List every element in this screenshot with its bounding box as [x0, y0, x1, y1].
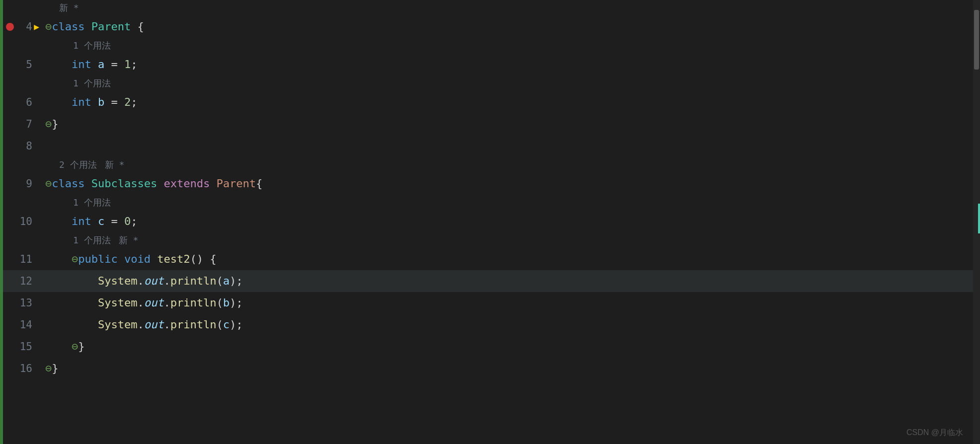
line-number: 10 — [3, 211, 40, 232]
line-number: 5 — [3, 54, 40, 75]
code-line: ▶4⊖class Parent { — [3, 16, 973, 38]
hint-text: 1 个用法 — [73, 233, 111, 248]
hint-line: 1 个用法 — [3, 195, 973, 211]
hint-text: 新 * — [59, 1, 79, 15]
hint-text: 1 个用法 — [73, 76, 111, 91]
line-number: 14 — [3, 314, 40, 336]
code-panel: 新 *▶4⊖class Parent {1 个用法5 int a = 1;1 个… — [3, 0, 973, 444]
code-line: 15 ⊖} — [3, 336, 973, 358]
line-number: 13 — [3, 292, 40, 314]
line-number: 15 — [3, 336, 40, 358]
hint-line: 2 个用法新 * — [3, 157, 973, 173]
code-content: ⊖} — [40, 336, 973, 358]
editor-container: 新 *▶4⊖class Parent {1 个用法5 int a = 1;1 个… — [0, 0, 980, 444]
code-content: int b = 2; — [40, 91, 973, 113]
line-number: 16 — [3, 358, 40, 379]
line-number: 7 — [3, 113, 40, 135]
code-line: 6 int b = 2; — [3, 91, 973, 113]
breakpoint-dot — [6, 23, 14, 31]
hint-line: 1 个用法 — [3, 38, 973, 54]
line-number: 8 — [3, 135, 40, 157]
hint-text: 2 个用法 — [59, 158, 97, 172]
code-line: 11 ⊖public void test2() { — [3, 248, 973, 270]
hint-line: 新 * — [3, 0, 973, 16]
code-line: 13 System.out.println(b); — [3, 292, 973, 314]
code-line: 10 int c = 0; — [3, 211, 973, 232]
scrollbar-highlight — [978, 204, 980, 233]
code-line: 12 System.out.println(a); — [3, 270, 973, 292]
line-number: 6 — [3, 91, 40, 113]
empty-line: 8 — [3, 135, 973, 157]
code-lines: 新 *▶4⊖class Parent {1 个用法5 int a = 1;1 个… — [3, 0, 973, 379]
hint-text: 1 个用法 — [73, 39, 111, 53]
code-content: ⊖public void test2() { — [40, 248, 973, 270]
hint-extra: 新 * — [105, 158, 125, 172]
code-content: ⊖class Subclasses extends Parent{ — [40, 173, 973, 195]
code-line: 5 int a = 1; — [3, 54, 973, 75]
code-content: int c = 0; — [40, 211, 973, 232]
hint-line: 1 个用法 — [3, 75, 973, 91]
code-content: ⊖class Parent { — [40, 16, 973, 38]
scrollbar-thumb[interactable] — [974, 10, 979, 70]
current-line-arrow: ▶ — [34, 16, 39, 38]
code-line: 9⊖class Subclasses extends Parent{ — [3, 173, 973, 195]
code-content: System.out.println(c); — [40, 314, 973, 336]
hint-text: 1 个用法 — [73, 196, 111, 210]
line-number: 12 — [3, 270, 40, 292]
code-content: ⊖} — [40, 358, 973, 379]
code-line: 7⊖} — [3, 113, 973, 135]
line-number: ▶4 — [3, 16, 40, 38]
line-number: 11 — [3, 248, 40, 270]
code-line: 14 System.out.println(c); — [3, 314, 973, 336]
watermark: CSDN @月临水 — [906, 426, 963, 439]
line-number: 9 — [3, 173, 40, 195]
code-content: int a = 1; — [40, 54, 973, 75]
scrollbar[interactable] — [973, 0, 980, 444]
hint-extra: 新 * — [119, 233, 139, 248]
code-content: System.out.println(a); — [40, 270, 973, 292]
hint-line: 1 个用法新 * — [3, 232, 973, 248]
code-line: 16⊖} — [3, 358, 973, 379]
code-content: ⊖} — [40, 113, 973, 135]
code-content: System.out.println(b); — [40, 292, 973, 314]
